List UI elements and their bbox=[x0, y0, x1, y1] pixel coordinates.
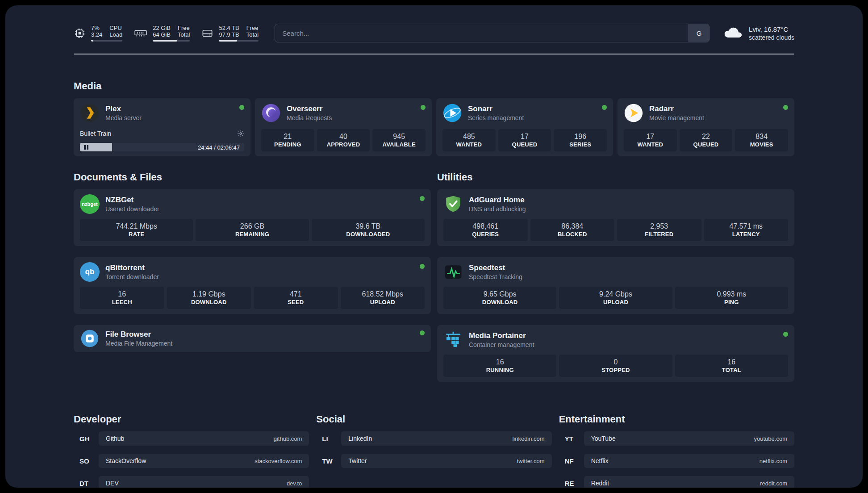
dashboard-board: 7% 3.24 CPU Load bbox=[5, 5, 863, 488]
stat-tile: 17 WANTED bbox=[624, 129, 677, 151]
weather-location: Lviv, 16.87°C bbox=[749, 25, 794, 33]
nzbget-wordmark: nzbget bbox=[82, 201, 97, 207]
pause-icon[interactable] bbox=[84, 145, 88, 150]
stat-value: 17 bbox=[500, 132, 550, 141]
search-input[interactable] bbox=[275, 24, 689, 42]
bookmark-name: StackOverflow bbox=[106, 457, 146, 464]
stat-tile: 47.571 ms LATENCY bbox=[704, 219, 789, 241]
overseerr-icon bbox=[261, 103, 281, 123]
status-dot bbox=[420, 264, 425, 269]
plex-icon bbox=[80, 103, 100, 123]
search-box: G bbox=[275, 24, 709, 42]
app-name: File Browser bbox=[105, 330, 172, 339]
gear-icon[interactable] bbox=[237, 130, 244, 137]
stat-value: 2,953 bbox=[619, 221, 700, 231]
stat-tile: 22 QUEUED bbox=[680, 129, 733, 151]
bookmark-reddit[interactable]: RE Reddit reddit.com bbox=[559, 476, 794, 488]
playback-progress-bar[interactable]: 24:44 / 02:06:47 bbox=[80, 143, 244, 151]
status-dot bbox=[239, 105, 244, 110]
bookmark-github[interactable]: GH Github github.com bbox=[74, 431, 309, 446]
app-subtitle: Torrent downloader bbox=[105, 273, 159, 281]
nzbget-icon: nzbget bbox=[80, 194, 100, 214]
adguard-icon bbox=[443, 194, 463, 214]
stat-tile: 16 TOTAL bbox=[675, 355, 788, 377]
stat-value: 498,461 bbox=[445, 221, 526, 231]
system-stats: 7% 3.24 CPU Load bbox=[74, 25, 259, 42]
stat-tile: 0.993 ms PING bbox=[675, 287, 788, 309]
bookmarks-entertainment: Entertainment YT YouTube youtube.com NF … bbox=[559, 414, 794, 488]
radarr-card[interactable]: Radarr Movie management 17 WANTED 22 QUE… bbox=[618, 98, 794, 156]
bookmark-abbr: TW bbox=[316, 457, 341, 465]
bookmark-linkedin[interactable]: LI LinkedIn linkedin.com bbox=[316, 431, 551, 446]
sonarr-card[interactable]: Sonarr Series management 485 WANTED 17 Q… bbox=[436, 98, 613, 156]
app-subtitle: Speedtest Tracking bbox=[469, 273, 522, 281]
utilities-section: Utilities AdGuard Home bbox=[437, 171, 794, 393]
stat-value: 834 bbox=[737, 132, 786, 141]
cpu-load-value: 3.24 bbox=[91, 31, 102, 38]
search-engine-button[interactable]: G bbox=[689, 24, 709, 42]
bookmark-abbr: GH bbox=[74, 435, 99, 443]
stat-tile: 0 STOPPED bbox=[559, 355, 672, 377]
stat-label: REMAINING bbox=[197, 231, 307, 238]
stat-label: WANTED bbox=[626, 141, 675, 148]
stat-label: UPLOAD bbox=[561, 299, 670, 306]
ram-icon bbox=[134, 27, 147, 39]
overseerr-card[interactable]: Overseerr Media Requests 21 PENDING 40 A… bbox=[255, 98, 432, 156]
filebrowser-icon bbox=[80, 329, 100, 348]
stat-label: PING bbox=[677, 299, 786, 306]
bookmarks-area: Developer GH Github github.com SO StackO… bbox=[74, 414, 794, 488]
bookmark-url: github.com bbox=[274, 435, 302, 442]
stat-label: STOPPED bbox=[561, 367, 670, 374]
sonarr-icon bbox=[442, 103, 462, 123]
speedtest-card[interactable]: Speedtest Speedtest Tracking 9.65 Gbps D… bbox=[437, 257, 794, 314]
stat-label: LEECH bbox=[82, 299, 163, 306]
media-section: Media Plex Media server bbox=[74, 80, 794, 156]
disk-icon bbox=[201, 27, 213, 39]
stat-tile: 17 QUEUED bbox=[498, 129, 551, 151]
stat-value: 9.24 Gbps bbox=[561, 289, 670, 299]
bookmark-dev[interactable]: DT DEV dev.to bbox=[74, 476, 309, 488]
ram-bar bbox=[153, 40, 190, 42]
stat-label: SEED bbox=[255, 299, 336, 306]
stat-value: 39.6 TB bbox=[313, 221, 423, 231]
stat-label: LATENCY bbox=[706, 231, 787, 238]
qbittorrent-card[interactable]: qb qBittorrent Torrent downloader 16 LEE… bbox=[74, 257, 431, 314]
filebrowser-card[interactable]: File Browser Media File Management bbox=[74, 325, 431, 352]
stat-value: 0 bbox=[561, 357, 670, 367]
stat-value: 16 bbox=[677, 357, 786, 367]
stat-label: QUEUED bbox=[500, 141, 550, 148]
stat-label: RATE bbox=[82, 231, 191, 238]
stat-label: TOTAL bbox=[677, 367, 786, 374]
bookmark-abbr: LI bbox=[316, 435, 341, 443]
playback-time: 24:44 / 02:06:47 bbox=[198, 144, 240, 150]
stat-tile: 1.19 Gbps DOWNLOAD bbox=[167, 287, 251, 309]
stat-label: APPROVED bbox=[319, 141, 368, 148]
search-area: G bbox=[275, 24, 709, 42]
disk-widget: 52.4 TB 97.9 TB Free Total bbox=[201, 25, 259, 42]
nzbget-card[interactable]: nzbget NZBGet Usenet downloader 744.21 M… bbox=[74, 189, 431, 246]
disk-free-value: 52.4 TB bbox=[219, 25, 239, 31]
stat-tile: 16 LEECH bbox=[80, 287, 164, 309]
app-subtitle: Series management bbox=[468, 114, 524, 122]
app-subtitle: Movie management bbox=[649, 114, 704, 122]
stat-tile: 498,461 QUERIES bbox=[443, 219, 528, 241]
plex-card[interactable]: Plex Media server Bullet Train bbox=[74, 98, 250, 156]
stat-label: MOVIES bbox=[737, 141, 786, 148]
bookmark-twitter[interactable]: TW Twitter twitter.com bbox=[316, 454, 551, 468]
adguard-card[interactable]: AdGuard Home DNS and adblocking 498,461 … bbox=[437, 189, 794, 246]
bookmark-abbr: SO bbox=[74, 457, 99, 465]
stat-tile: 266 GB REMAINING bbox=[196, 219, 309, 241]
portainer-card[interactable]: Media Portainer Container management 16 … bbox=[437, 325, 794, 382]
bookmark-youtube[interactable]: YT YouTube youtube.com bbox=[559, 431, 794, 446]
disk-free-label: Free bbox=[246, 25, 259, 31]
stat-value: 21 bbox=[263, 132, 313, 141]
bookmark-abbr: DT bbox=[74, 480, 99, 487]
app-subtitle: DNS and adblocking bbox=[469, 205, 526, 213]
bookmark-stackoverflow[interactable]: SO StackOverflow stackoverflow.com bbox=[74, 454, 309, 468]
status-dot bbox=[783, 332, 788, 337]
stat-label: QUERIES bbox=[445, 231, 526, 238]
topbar-divider bbox=[74, 54, 794, 54]
bookmark-url: youtube.com bbox=[754, 435, 787, 442]
bookmark-netflix[interactable]: NF Netflix netflix.com bbox=[559, 454, 794, 468]
stat-tile: 471 SEED bbox=[254, 287, 338, 309]
